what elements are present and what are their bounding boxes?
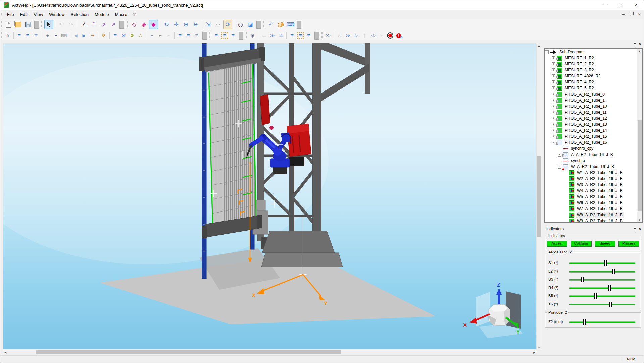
pin-icon[interactable] bbox=[633, 227, 636, 231]
menu-file[interactable]: File bbox=[4, 12, 17, 17]
menu-view[interactable]: View bbox=[31, 12, 46, 17]
viewport-horizontal-scrollbar[interactable]: ◀ ▶ bbox=[3, 350, 537, 356]
menu-window[interactable]: Window bbox=[46, 12, 67, 17]
toolbar-overflow[interactable] bbox=[202, 32, 207, 40]
expand-plus-icon[interactable]: + bbox=[552, 74, 555, 78]
teach-keyboard-button[interactable]: ⌨ bbox=[60, 32, 68, 39]
orbit-cube-button[interactable]: ⟳ bbox=[223, 20, 232, 29]
menu-edit[interactable]: Edit bbox=[17, 12, 31, 17]
expand-plus-icon[interactable]: + bbox=[552, 93, 555, 96]
tree-item-PROG_A_R2_Tube_10[interactable]: +PROG_A_R2_Tube_10 bbox=[545, 103, 637, 109]
u3-slider[interactable] bbox=[569, 277, 635, 282]
tree-item-MESURE_4_R2[interactable]: +MESURE_4_R2 bbox=[545, 79, 637, 85]
zoom-out-button[interactable]: ⊖ bbox=[191, 20, 200, 29]
toolbar-overflow[interactable] bbox=[34, 21, 39, 29]
t6-slider[interactable] bbox=[569, 302, 635, 307]
update-trajectory-button[interactable]: ⟳ bbox=[100, 32, 108, 39]
mdi-close-button[interactable]: × bbox=[638, 13, 641, 16]
undo-button[interactable]: ↶ bbox=[57, 20, 66, 29]
trajectory-line-button[interactable]: ⌐ bbox=[156, 32, 164, 39]
menu-macro[interactable]: Macro bbox=[112, 12, 130, 17]
expand-plus-icon[interactable]: + bbox=[552, 99, 555, 102]
tree-item-W3_A_R2_Tube_16_J_B[interactable]: W3_A_R2_Tube_16_J_B bbox=[545, 182, 637, 188]
view-previous-button[interactable]: ↶ bbox=[266, 20, 276, 29]
render-wireframe-button[interactable]: ◇ bbox=[130, 20, 139, 29]
expand-plus-icon[interactable]: + bbox=[552, 117, 555, 120]
toolbar-grip[interactable] bbox=[1, 21, 2, 28]
tree-item-W2_A_R2_Tube_16_J_B[interactable]: W2_A_R2_Tube_16_J_B bbox=[545, 176, 637, 182]
tree-item-synchro_cpy[interactable]: synchro_cpy bbox=[545, 145, 637, 152]
tree-item-Sub-Programs[interactable]: −Sub-Programs bbox=[545, 49, 637, 55]
save-file-button[interactable] bbox=[23, 20, 33, 29]
show-points-button[interactable]: ∴ bbox=[137, 32, 144, 39]
fast-forward-simulation-button[interactable]: ≫ bbox=[344, 32, 352, 39]
trajectory-arc-button[interactable]: ⌐ bbox=[165, 32, 172, 39]
previous-point-button[interactable]: ◀ bbox=[72, 32, 80, 39]
tree-scroll-up-icon[interactable]: ▲ bbox=[637, 49, 642, 53]
menu-selection[interactable]: Selection bbox=[68, 12, 92, 17]
indicator-collision[interactable]: Collision bbox=[571, 241, 591, 247]
viewport-vertical-scrollbar[interactable]: ▲ ▼ bbox=[536, 43, 542, 350]
menu-module[interactable]: Module bbox=[92, 12, 112, 17]
slider-thumb[interactable] bbox=[608, 285, 611, 291]
weld-torch-button[interactable]: ⋔ bbox=[4, 32, 12, 39]
toolbar-overflow[interactable] bbox=[119, 21, 124, 29]
slider-thumb[interactable] bbox=[583, 319, 586, 325]
zoom-in-button[interactable]: ⊕ bbox=[181, 20, 190, 29]
toolbar-overflow[interactable] bbox=[297, 21, 301, 29]
close-button[interactable]: × bbox=[629, 0, 644, 10]
scroll-down-icon[interactable]: ▼ bbox=[537, 345, 541, 350]
add-program-list-button[interactable]: ≣ bbox=[15, 32, 23, 39]
process-wrench-button[interactable]: ⚒ bbox=[120, 32, 128, 39]
expand-plus-icon[interactable]: + bbox=[552, 105, 555, 108]
expand-plus-icon[interactable]: + bbox=[552, 135, 555, 138]
r4-slider[interactable] bbox=[569, 285, 635, 291]
tree-item-PROG_A_R2_Tube_1[interactable]: +PROG_A_R2_Tube_1 bbox=[545, 97, 637, 103]
vertical-scroll-thumb[interactable] bbox=[537, 156, 541, 237]
toolbar-overflow[interactable] bbox=[256, 21, 261, 29]
expand-plus-icon[interactable]: + bbox=[552, 80, 555, 84]
scroll-left-icon[interactable]: ◀ bbox=[3, 350, 8, 355]
tree-item-MESURE_1_R2[interactable]: +MESURE_1_R2 bbox=[545, 55, 637, 61]
tree-item-W9_A_R2_Tube_16_J_B[interactable]: W9_A_R2_Tube_16_J_B bbox=[545, 218, 637, 222]
list-parameters-button[interactable]: ≣ bbox=[111, 32, 119, 39]
viewport-3d[interactable]: X Y Z X Y bbox=[3, 43, 536, 349]
zoom-fit-button[interactable]: ⇲ bbox=[204, 20, 213, 29]
toolbar-grip[interactable] bbox=[209, 32, 211, 39]
toolbar-grip[interactable] bbox=[321, 32, 323, 39]
machine-gear-button[interactable]: ⚙ bbox=[128, 32, 136, 39]
scroll-right-icon[interactable]: ▶ bbox=[532, 350, 537, 355]
list-align-mid-button[interactable]: ≣ bbox=[185, 32, 192, 39]
list-plain-button[interactable]: ≣ bbox=[229, 32, 237, 39]
indicator-acces[interactable]: Acces. bbox=[547, 241, 567, 247]
slider-thumb[interactable] bbox=[612, 269, 615, 274]
z2-slider[interactable] bbox=[569, 319, 635, 325]
tree-scroll-down-icon[interactable]: ▼ bbox=[637, 218, 642, 222]
tree-item-PROG_A_R2_Tube_16[interactable]: −PROG_A_R2_Tube_16 bbox=[545, 139, 637, 145]
selection-frame-button[interactable]: ▭ bbox=[260, 32, 268, 39]
tree-item-synchro[interactable]: synchro bbox=[545, 158, 637, 164]
minimize-button[interactable] bbox=[598, 0, 613, 10]
mirror-playback-button[interactable]: ◁▷ bbox=[369, 32, 377, 39]
apply-list-button[interactable]: ≣ bbox=[305, 32, 313, 39]
expand-plus-icon[interactable]: + bbox=[552, 62, 555, 66]
collapse-minus-icon[interactable]: − bbox=[545, 50, 549, 54]
skip-points-button[interactable]: ≫ bbox=[268, 32, 276, 39]
new-file-button[interactable] bbox=[4, 20, 13, 29]
tree-item-W6_A_R2_Tube_16_J_B[interactable]: W6_A_R2_Tube_16_J_B bbox=[545, 200, 637, 206]
tree-item-MESURE_5_R2[interactable]: +MESURE_5_R2 bbox=[545, 85, 637, 91]
axis-frame-tool-button[interactable]: ⇡ bbox=[89, 20, 98, 29]
pin-icon[interactable] bbox=[633, 42, 636, 46]
toolbar-grip[interactable] bbox=[41, 21, 43, 28]
open-file-button[interactable] bbox=[14, 20, 23, 29]
render-hidden-line-button[interactable]: ◈ bbox=[139, 20, 148, 29]
tree-item-MESURE_4326_R2[interactable]: +MESURE_4326_R2 bbox=[545, 73, 637, 79]
pause-simulation-button[interactable]: ∥ bbox=[361, 32, 369, 39]
collapse-minus-icon[interactable]: − bbox=[552, 141, 555, 144]
close-panel-icon[interactable]: × bbox=[639, 227, 641, 231]
search-points-button[interactable]: ◉ bbox=[249, 32, 256, 39]
mdi-restore-button[interactable] bbox=[630, 13, 633, 16]
tree-item-MESURE_3_R2[interactable]: +MESURE_3_R2 bbox=[545, 67, 637, 73]
list-align-top-button[interactable]: ≣ bbox=[176, 32, 184, 39]
slider-thumb[interactable] bbox=[581, 277, 584, 282]
